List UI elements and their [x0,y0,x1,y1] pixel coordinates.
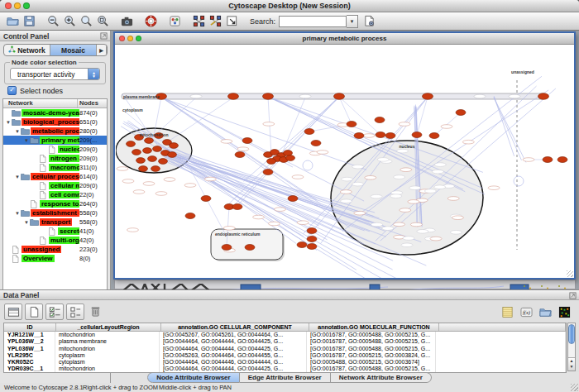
tree-node-label: transport [40,218,72,226]
float-panel-icon[interactable] [100,32,108,40]
network-canvas[interactable]: plasma membranecytoplasmmitochondrionnuc… [116,45,572,278]
tab-network[interactable]: Network [4,45,50,55]
cell[interactable]: [GO:0045263, GO:0044464, GO:0044455, G..… [160,352,307,359]
cell[interactable]: [GO:0044464, GO:0044444, GO:0044425, G..… [160,338,307,345]
help-icon[interactable] [144,14,158,28]
cell[interactable]: [GO:0005488, GO:0005215, GO:0003674] [307,359,436,366]
table-row[interactable]: YPL036W__2plasma membrane[GO:0044464, GO… [4,338,566,345]
cell[interactable]: YPL036W__1 [4,346,55,352]
zoom-fit-icon[interactable] [79,14,93,28]
cell[interactable]: [GO:0044464, GO:0044446, GO:0044444, G..… [160,359,307,366]
tree-row-biological-process[interactable]: ▼biological_process651(0) [3,117,107,127]
vizmapper-icon[interactable] [168,14,182,28]
tree-row-overview[interactable]: Overview8(0) [3,254,107,263]
cell[interactable]: cytoplasm [55,359,160,366]
network-new-icon[interactable] [192,14,206,28]
tree-row-establishment-of-lo[interactable]: ▼establishment of lo558(0) [3,208,107,218]
tab-edge-attribute-browser[interactable]: Edge Attribute Browser [240,372,331,383]
scrollbar-thumb[interactable] [568,324,575,344]
notes-icon[interactable] [499,304,515,319]
network-window-titlebar[interactable]: primary metabolic process [115,33,574,45]
table-icon[interactable] [4,304,22,320]
scrollbar-arrows[interactable]: ▲▼ [568,357,575,370]
cell[interactable]: [GO:0016787, GO:0005488, GO:0005215, G..… [307,338,436,345]
import-icon[interactable] [537,304,553,319]
cell[interactable]: [GO:0016787, GO:0005488, GO:0005215, G..… [307,346,436,352]
search-options-icon[interactable] [362,14,376,28]
background-network-thumbnail [115,284,575,289]
column-header-3[interactable]: annotation.GO MOLECULAR_FUNCTION [309,323,439,331]
cell[interactable]: [GO:0016787, GO:0005215, GO:0003824, G..… [307,352,436,359]
cell[interactable]: plasma membrane [55,338,160,345]
delete-attribute-icon[interactable] [87,304,103,318]
cell[interactable]: YJR121W__1 [4,332,55,338]
cell[interactable]: [GO:0045267, GO:0045261, GO:0044464, G..… [160,332,307,338]
function-icon[interactable]: f(x) [518,304,534,319]
disclosure-triangle-icon[interactable]: ▼ [23,138,30,143]
tree-column-nodes[interactable]: Nodes [78,99,107,108]
disclosure-triangle-icon[interactable]: ▼ [14,174,21,179]
column-header-1[interactable]: _cellularLayoutRegion [56,323,161,331]
cell[interactable]: YKR052C [4,359,55,366]
column-header-0[interactable]: ID [4,323,56,331]
cell[interactable]: [GO:0044464, GO:0044444, GO:0044425, G..… [160,346,307,352]
tab-overflow-button[interactable]: ▶ [97,45,107,55]
annotation-icon[interactable] [225,14,239,28]
tree-row-nucleobase-c[interactable]: nucleobase-c209(0) [3,145,107,154]
disclosure-triangle-icon[interactable]: ▼ [23,220,30,225]
disclosure-triangle-icon[interactable]: ▼ [5,120,12,125]
app-resize-grip[interactable] [571,384,578,391]
zoom-selected-icon[interactable] [96,14,110,28]
tree-row-primary-metabo[interactable]: ▼primary metabo209(... [3,136,107,145]
search-dropdown-button[interactable]: ▾ [347,15,358,28]
cell[interactable]: [GO:0016787, GO:0005488, GO:0005215, G..… [307,332,436,338]
unselect-attributes-icon[interactable] [66,304,84,320]
cell[interactable]: mitochondrion [55,346,160,352]
save-icon[interactable] [22,14,36,28]
table-row[interactable]: YPL036W__1mitochondrion[GO:0044464, GO:0… [4,346,566,352]
new-attribute-icon[interactable] [25,304,43,320]
tree-row-metabolic-process[interactable]: ▼metabolic process280(0) [3,127,107,136]
tree-row-nitrogen-compou[interactable]: nitrogen compou209(0) [3,154,107,163]
disclosure-triangle-icon[interactable]: ▼ [14,129,21,134]
cell[interactable]: YPL036W__2 [4,338,55,345]
snapshot-icon[interactable] [120,14,134,28]
table-row[interactable]: YJR121W__1mitochondrion[GO:0045267, GO:0… [4,332,566,338]
tree-row-unassigned[interactable]: unassigned223(0) [3,245,107,254]
float-panel-icon[interactable] [569,292,577,299]
tab-node-attribute-browser[interactable]: Node Attribute Browser [147,372,240,383]
tab-mosaic[interactable]: Mosaic [50,45,97,55]
matrix-icon[interactable] [556,304,572,319]
network-copy-icon[interactable] [208,14,223,28]
background-window-fragment[interactable] [114,280,576,289]
tree-row-secretion[interactable]: secretion41(0) [3,227,107,236]
zoom-in-icon[interactable] [63,14,77,28]
tree-node-label: metabolic process [31,127,79,135]
tree-row-cell-communicati[interactable]: cell communicati22(0) [3,190,107,199]
tree-row-transport[interactable]: ▼transport558(0) [3,218,107,227]
tab-network-attribute-browser[interactable]: Network Attribute Browser [331,372,432,383]
cell[interactable]: mitochondrion [55,332,160,338]
tree-column-network[interactable]: Network [3,99,78,108]
tree-row-cellular-process[interactable]: ▼cellular process614(0) [3,172,107,181]
tree-row-cellular-metaboli[interactable]: cellular metaboli209(0) [3,181,107,190]
table-row[interactable]: YLR295Ccytoplasm[GO:0045263, GO:0044464,… [4,352,566,359]
tree-node-count: 651(0) [79,118,107,126]
node-color-dropdown[interactable]: transporter activity ▲▼ [10,68,100,80]
tree-row-macromolecule[interactable]: macromolecule311(0) [3,163,107,172]
search-input[interactable] [279,16,347,27]
select-nodes-checkbox[interactable]: ✓ [7,86,17,95]
open-icon[interactable] [6,14,20,28]
table-row[interactable]: YKR052Ccytoplasm[GO:0044464, GO:0044446,… [4,359,566,366]
disclosure-triangle-icon[interactable]: ▼ [14,211,21,216]
cell[interactable]: YLR295C [4,352,55,359]
tree-row-mosaic-demo-yeast[interactable]: mosaic-demo-yeast874(0) [3,108,107,117]
table-scrollbar[interactable]: ▲▼ [567,323,576,371]
cell[interactable]: cytoplasm [55,352,160,359]
zoom-out-icon[interactable] [46,14,60,28]
tree-row-response-to-stimulu[interactable]: response to stimulu264(0) [3,199,107,208]
column-header-2[interactable]: annotation.GO CELLULAR_COMPONENT [161,323,309,331]
select-attributes-icon[interactable] [45,304,64,320]
network-window-resize-grip[interactable] [567,270,573,277]
tree-row-multi-organism-pro[interactable]: multi-organism pro42(0) [3,236,107,245]
